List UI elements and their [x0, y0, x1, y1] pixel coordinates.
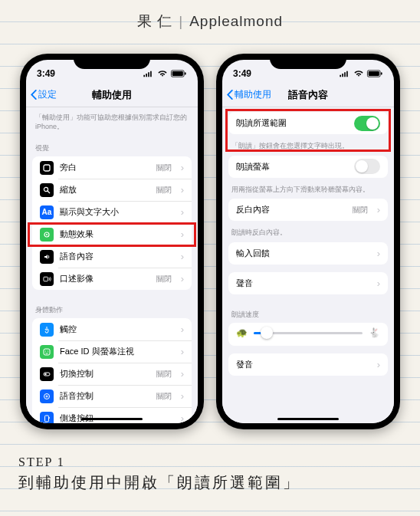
row-detail: 關閉	[156, 185, 172, 196]
textsize-icon: Aa	[40, 205, 54, 219]
svg-point-10	[45, 350, 46, 351]
row-pronunciations[interactable]: 發音 ›	[228, 353, 388, 376]
status-icons	[143, 70, 187, 77]
svg-rect-24	[381, 72, 382, 74]
svg-rect-15	[45, 416, 49, 422]
chevron-right-icon: ›	[181, 206, 184, 218]
chevron-right-icon: ›	[181, 346, 184, 357]
slider-thumb[interactable]	[261, 327, 273, 339]
chevron-right-icon: ›	[181, 273, 184, 284]
status-icons	[339, 70, 383, 77]
svg-rect-25	[369, 71, 379, 76]
row-side-button[interactable]: 側邊按鈕 ›	[32, 407, 192, 423]
row-display-text[interactable]: Aa 顯示與文字大小 ›	[32, 201, 192, 223]
row-detail: 關閉	[156, 391, 172, 402]
row-detail: 關閉	[156, 369, 172, 380]
row-highlight-content[interactable]: 反白內容 關閉 ›	[228, 199, 388, 221]
speak-selection-note: 「朗讀」按鈕會在您選擇文字時出現。	[222, 136, 394, 156]
voicecontrol-icon	[40, 389, 54, 403]
phone-right: 3:49 輔助使用 語音內容 朗讀所選範圍	[216, 54, 400, 429]
faceid-icon	[40, 345, 54, 359]
section-motor: 身體動作	[26, 297, 198, 318]
svg-rect-3	[44, 165, 50, 171]
spoken-icon	[40, 250, 54, 264]
chevron-right-icon: ›	[181, 324, 184, 335]
row-spoken-content[interactable]: 語音內容 ›	[32, 245, 192, 268]
svg-rect-1	[185, 72, 186, 74]
svg-line-5	[48, 191, 50, 193]
chevron-right-icon: ›	[181, 368, 184, 380]
row-detail: 關閉	[156, 274, 172, 284]
speak-screen-note: 用兩指從螢幕上方向下滑動來聆聽螢幕內容。	[222, 179, 394, 199]
row-detail: 關閉	[156, 163, 172, 173]
highlight-note: 朗讀時反白內容。	[222, 222, 394, 242]
notch	[74, 54, 150, 69]
svg-rect-12	[44, 373, 50, 376]
phone-left: 3:49 設定 輔助使用 「輔助使用」功能可協助您根據個別需求自訂您的 iPho…	[20, 54, 204, 429]
svg-point-4	[44, 187, 48, 191]
row-label: 旁白	[60, 162, 150, 173]
toggle-speak-screen[interactable]	[354, 159, 380, 174]
row-zoom[interactable]: 縮放 關閉 ›	[32, 179, 192, 201]
row-label: 朗讀所選範圍	[236, 117, 348, 129]
row-label: 發音	[236, 359, 368, 370]
speaking-rate-slider[interactable]: 🐢 🐇	[228, 323, 388, 346]
nav-bar: 設定 輔助使用	[26, 83, 198, 107]
speaking-rate-label: 朗讀速度	[222, 302, 394, 323]
back-button[interactable]: 輔助使用	[222, 88, 271, 101]
svg-point-11	[48, 350, 48, 351]
voiceover-icon	[40, 161, 54, 175]
row-label: 聲音	[236, 278, 368, 289]
row-voiceover[interactable]: 旁白 關閉 ›	[32, 156, 192, 179]
row-label: 觸控	[60, 324, 172, 335]
toggle-speak-selection[interactable]	[354, 116, 380, 131]
row-motion[interactable]: 動態效果 ›	[32, 223, 192, 245]
chevron-right-icon: ›	[181, 184, 184, 196]
nav-bar: 輔助使用 語音內容	[222, 83, 394, 107]
row-label: 語音內容	[60, 251, 172, 262]
chevron-right-icon: ›	[377, 278, 380, 289]
step-label: STEP 1	[18, 455, 402, 469]
row-voice-control[interactable]: 語音控制 關閉 ›	[32, 385, 192, 407]
svg-rect-9	[44, 349, 50, 355]
row-label: 縮放	[60, 184, 150, 196]
row-label: 輸入回饋	[236, 248, 368, 259]
row-label: 反白內容	[236, 204, 346, 215]
audiodesc-icon	[40, 272, 54, 286]
svg-point-7	[46, 234, 48, 235]
row-detail: 關閉	[353, 205, 368, 215]
chevron-right-icon: ›	[181, 390, 184, 402]
row-switch-control[interactable]: 切換控制 關閉 ›	[32, 363, 192, 385]
home-indicator	[277, 418, 339, 420]
back-button[interactable]: 設定	[26, 88, 57, 101]
status-time: 3:49	[233, 68, 251, 79]
chevron-right-icon: ›	[181, 251, 184, 262]
row-touch[interactable]: 觸控 ›	[32, 318, 192, 340]
row-label: 顯示與文字大小	[60, 206, 172, 218]
row-label: 口述影像	[60, 273, 150, 284]
row-speak-screen[interactable]: 朗讀螢幕	[228, 156, 388, 178]
switch-icon	[40, 367, 54, 381]
brand-watermark: 果 仁|Applealmond	[0, 12, 420, 31]
row-label: 切換控制	[60, 368, 150, 380]
row-typing-feedback[interactable]: 輸入回饋 ›	[228, 242, 388, 265]
intro-text: 「輔助使用」功能可協助您根據個別需求自訂您的 iPhone。	[26, 107, 198, 136]
chevron-right-icon: ›	[181, 162, 184, 173]
row-voices[interactable]: 聲音 ›	[228, 272, 388, 294]
chevron-right-icon: ›	[377, 359, 380, 370]
chevron-right-icon: ›	[181, 412, 184, 423]
row-label: 語音控制	[60, 390, 150, 402]
row-audio-descriptions[interactable]: 口述影像 關閉 ›	[32, 268, 192, 290]
zoom-icon	[40, 183, 54, 197]
slider-track[interactable]	[254, 332, 363, 334]
sidebutton-icon	[40, 412, 54, 423]
row-label: 動態效果	[60, 228, 172, 240]
step-description: 到輔助使用中開啟「朗讀所選範圍」	[18, 472, 402, 493]
notch	[270, 54, 346, 69]
touch-icon	[40, 323, 54, 337]
row-faceid[interactable]: Face ID 與螢幕注視 ›	[32, 340, 192, 363]
rabbit-icon: 🐇	[369, 327, 380, 338]
home-indicator	[81, 418, 143, 420]
row-speak-selection[interactable]: 朗讀所選範圍	[228, 112, 388, 134]
row-label: Face ID 與螢幕注視	[60, 346, 172, 357]
